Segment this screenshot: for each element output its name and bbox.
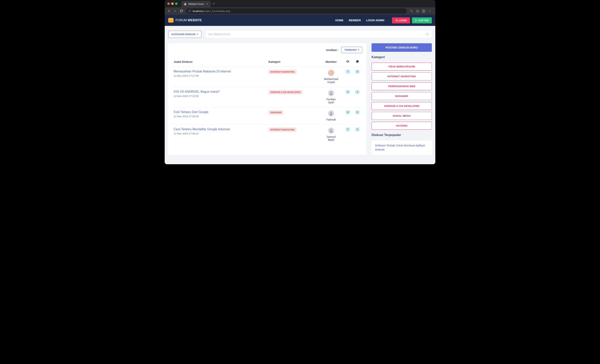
brand-text: FORUM WEBSITE xyxy=(176,18,202,22)
discussion-title-link[interactable]: Font Terbaru Dari Google xyxy=(174,110,266,114)
close-window-button[interactable] xyxy=(167,2,170,5)
forward-button[interactable] xyxy=(172,8,178,14)
svg-point-8 xyxy=(430,12,430,12)
site-navbar: FORUM WEBSITE HOME MEMBER LOGIN ADMIN LO… xyxy=(165,15,435,26)
svg-line-12 xyxy=(428,35,429,35)
minimize-window-button[interactable] xyxy=(171,2,174,5)
sidebar-heading-categories: Kategori xyxy=(372,55,432,59)
sort-dropdown[interactable]: TERBARU xyxy=(341,47,362,53)
browser-tab[interactable]: ◉ Website Forum × xyxy=(181,1,211,7)
category-tag[interactable]: ANDROID & IOS DEVELOPER xyxy=(269,90,302,94)
translate-icon[interactable] xyxy=(409,8,414,14)
category-button[interactable]: TIDAK BERKATEGORI xyxy=(372,63,432,71)
search-icon[interactable] xyxy=(426,33,429,36)
login-button[interactable]: LOGIN xyxy=(392,17,410,23)
nav-login-admin[interactable]: LOGIN ADMIN xyxy=(366,19,384,22)
discussion-list-card: Urutkan : TERBARU Judul Diskusi Kategori… xyxy=(168,43,366,155)
category-tag[interactable]: INTERNET MARKETING xyxy=(269,127,297,132)
category-button[interactable]: PEMROGRAMAN WEB xyxy=(372,82,432,90)
bookmark-star-icon[interactable] xyxy=(415,8,420,14)
nav-links: HOME MEMBER LOGIN ADMIN xyxy=(335,19,384,22)
member-cell[interactable]: SamsulBahri xyxy=(320,127,342,141)
discussion-title-link[interactable]: Memasarkan Produk Makanan Di Internet xyxy=(174,70,266,73)
col-views xyxy=(343,57,353,67)
search-box[interactable] xyxy=(205,30,432,38)
nav-member[interactable]: MEMBER xyxy=(349,19,361,22)
sort-row: Urutkan : TERBARU xyxy=(172,47,362,53)
category-tag[interactable]: DESIGNER xyxy=(269,110,283,115)
member-cell[interactable]: FerdianSyah xyxy=(320,90,342,104)
chevron-down-icon xyxy=(358,49,359,50)
browser-window: ◉ Website Forum × + localhost/project_fo… xyxy=(165,0,435,164)
comments-count: 3 xyxy=(355,110,360,114)
member-cell[interactable]: Fatimah xyxy=(320,110,342,121)
svg-point-6 xyxy=(430,10,430,10)
category-button[interactable]: SOSIAL MEDIA xyxy=(372,112,432,120)
search-input[interactable] xyxy=(208,33,426,36)
close-tab-button[interactable]: × xyxy=(206,2,209,6)
tab-title: Website Forum xyxy=(188,3,204,5)
discussion-timestamp: 12-Dec-2019 17:06:22 xyxy=(174,132,266,135)
maximize-window-button[interactable] xyxy=(175,2,178,5)
category-button[interactable]: HACKING xyxy=(372,122,432,130)
favicon-icon: ◉ xyxy=(184,2,187,6)
discussion-title-link[interactable]: Cara Terbaru Mendaftar Google Adsense xyxy=(174,127,266,131)
nav-home[interactable]: HOME xyxy=(335,19,344,22)
page-body: FORUM WEBSITE HOME MEMBER LOGIN ADMIN LO… xyxy=(165,15,435,164)
comments-count: 0 xyxy=(355,70,360,74)
member-cell[interactable]: MuhammadIrsyad xyxy=(320,70,342,84)
discussion-timestamp: 12-Dec-2019 17:10:55 xyxy=(174,95,266,98)
views-count: 7 xyxy=(346,70,350,74)
col-comments xyxy=(353,57,362,67)
comments-count: 1 xyxy=(355,127,360,131)
comments-count: 1 xyxy=(355,90,360,94)
svg-point-7 xyxy=(430,11,430,11)
brand[interactable]: FORUM WEBSITE xyxy=(168,18,202,23)
svg-point-5 xyxy=(423,10,424,11)
popular-card: Software Terbaik Untuk Membuat Aplikasi … xyxy=(372,140,432,155)
new-post-button[interactable]: POSTING DISKUSI BARU xyxy=(372,43,432,52)
svg-marker-3 xyxy=(416,10,419,12)
table-row: Memasarkan Produk Makanan Di Internet 12… xyxy=(172,67,362,87)
new-tab-button[interactable]: + xyxy=(211,2,217,6)
table-row: Font Terbaru Dari Google 12-Dec-2019 17:… xyxy=(172,107,362,124)
svg-point-11 xyxy=(426,33,428,35)
category-list: TIDAK BERKATEGORIINTERNET MARKETINGPEMRO… xyxy=(372,63,432,130)
profile-icon[interactable] xyxy=(421,8,426,14)
eye-icon xyxy=(346,60,349,63)
category-tag[interactable]: INTERNET MARKETING xyxy=(269,70,297,74)
category-button[interactable]: ANDROID & IOS DEVELOPER xyxy=(372,102,432,110)
col-title: Judul Diskusi xyxy=(172,57,267,67)
titlebar: ◉ Website Forum × + xyxy=(165,0,435,7)
login-icon xyxy=(395,19,398,22)
col-category: Kategori xyxy=(267,57,319,67)
sidebar-heading-popular: Diskusi Terpopuler xyxy=(372,133,432,137)
chevron-down-icon xyxy=(197,34,198,35)
category-dropdown[interactable]: KATEGORI DISKUSI xyxy=(168,31,201,38)
sidebar: POSTING DISKUSI BARU Kategori TIDAK BERK… xyxy=(372,43,432,155)
url-field[interactable]: localhost/project_forum/index.php xyxy=(186,8,407,14)
toolbar: KATEGORI DISKUSI xyxy=(165,26,435,38)
category-button[interactable]: INTERNET MARKETING xyxy=(372,73,432,80)
discussion-title-link[interactable]: IOS VS ANDROID, Bagus mana? xyxy=(174,90,266,93)
avatar xyxy=(328,70,334,76)
back-button[interactable] xyxy=(166,8,172,14)
url-text: localhost/project_forum/index.php xyxy=(193,10,230,13)
views-count: 6 xyxy=(346,110,350,114)
discussion-timestamp: 12-Dec-2019 17:17:00 xyxy=(174,74,266,77)
address-bar: localhost/project_forum/index.php xyxy=(165,7,435,15)
window-controls xyxy=(167,2,178,5)
sort-label: Urutkan : xyxy=(326,48,339,52)
avatar xyxy=(328,110,334,117)
discussion-table: Judul Diskusi Kategori Member Me xyxy=(172,57,362,145)
svg-point-14 xyxy=(330,112,332,113)
popular-link[interactable]: Software Terbaik Untuk Membuat Aplikasi … xyxy=(375,144,425,151)
register-button[interactable]: DAFTAR xyxy=(412,17,432,23)
chrome-menu-icon[interactable] xyxy=(427,8,433,14)
svg-point-15 xyxy=(330,129,332,131)
reload-button[interactable] xyxy=(178,8,184,14)
discussion-timestamp: 12-Dec-2019 17:09:39 xyxy=(174,115,266,118)
views-count: 3 xyxy=(346,90,350,94)
category-button[interactable]: DESIGNER xyxy=(372,92,432,100)
views-count: 7 xyxy=(346,127,350,131)
